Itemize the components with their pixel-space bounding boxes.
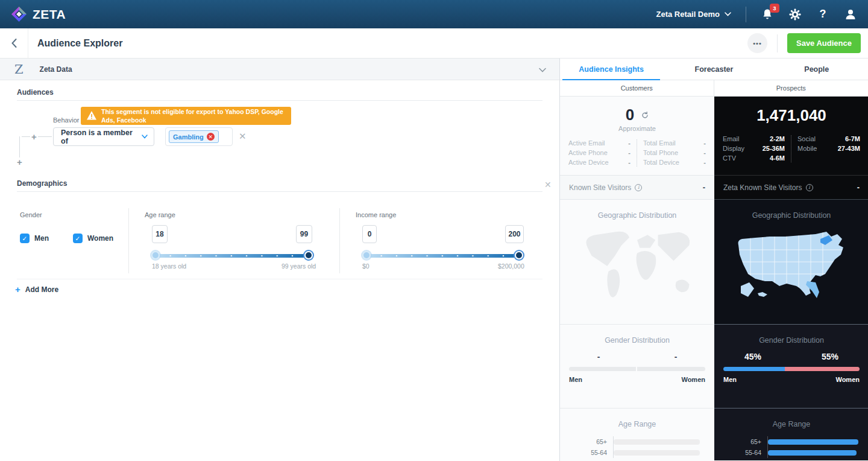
customers-men-value: -	[597, 352, 600, 361]
men-checkbox[interactable]: ✓	[20, 234, 30, 243]
more-options-button[interactable]: •••	[747, 33, 767, 53]
column-divider	[128, 208, 129, 273]
customers-column: 0 Approximate Active Email- Active Phone…	[560, 97, 714, 461]
settings-button[interactable]	[788, 8, 802, 21]
tab-forecaster[interactable]: Forecaster	[662, 59, 765, 80]
audiences-divider	[17, 100, 542, 101]
info-icon[interactable]: i	[806, 184, 813, 191]
income-range-label: Income range	[356, 211, 396, 218]
age-slider-min-handle[interactable]	[151, 251, 160, 259]
zeta-data-icon: Z	[14, 62, 24, 77]
customers-geo-section: Geographic Distribution	[560, 200, 714, 324]
age-row: 65+	[560, 436, 714, 447]
workspace-selector[interactable]: Zeta Retail Demo	[656, 10, 731, 19]
page-header: Audience Explorer ••• Save Audience	[0, 28, 868, 59]
known-site-visitors-value: -	[703, 183, 705, 192]
help-button[interactable]: ?	[816, 8, 829, 21]
warning-icon	[86, 110, 97, 121]
customers-gender-title: Gender Distribution	[560, 325, 714, 345]
metric-row: Email2-2M	[723, 135, 785, 143]
add-more-button[interactable]: + Add More	[15, 284, 58, 294]
prospects-count: 1,471,040	[714, 97, 868, 125]
add-condition-button[interactable]: +	[30, 132, 38, 141]
prospects-gender-bar	[723, 367, 860, 371]
age-max-input[interactable]: 99	[296, 225, 312, 243]
age-row: 55-64	[714, 447, 868, 458]
top-navbar: ZETA Zeta Retail Demo 3	[0, 0, 868, 28]
income-range-slider[interactable]	[366, 254, 519, 258]
metric-row: Total Phone-	[643, 149, 706, 157]
usa-map	[731, 227, 852, 304]
age-min-input[interactable]: 18	[152, 225, 168, 243]
warning-text: This segment is not eligible for export …	[101, 107, 286, 124]
prospects-gender-title: Gender Distribution	[714, 325, 868, 345]
workspace-name: Zeta Retail Demo	[656, 10, 720, 19]
collapse-chevron-icon[interactable]	[539, 64, 546, 75]
metric-row: CTV4-6M	[723, 154, 785, 162]
tab-audience-insights[interactable]: Audience Insights	[560, 59, 662, 80]
page-title: Audience Explorer	[37, 38, 122, 49]
refresh-icon[interactable]	[641, 112, 649, 119]
prospects-men-value: 45%	[744, 352, 761, 361]
income-max-input[interactable]: 200	[505, 225, 524, 243]
account-button[interactable]	[844, 8, 857, 21]
insights-panel: Audience Insights Forecaster People Cust…	[559, 59, 868, 461]
prospects-women-value: 55%	[822, 352, 838, 361]
export-warning-banner: This segment is not eligible for export …	[81, 107, 291, 125]
chevron-left-icon	[11, 39, 17, 48]
info-icon[interactable]: i	[635, 184, 642, 191]
income-min-input[interactable]: 0	[362, 225, 377, 243]
customers-gender-bar	[569, 367, 705, 371]
back-button[interactable]	[0, 28, 28, 58]
customers-metrics-section: 0 Approximate Active Email- Active Phone…	[560, 97, 714, 175]
known-site-visitors-row: Known Site Visitors i -	[560, 175, 714, 200]
notification-badge: 3	[770, 4, 779, 13]
remove-demographics-button[interactable]: ✕	[544, 180, 552, 189]
behavior-operator-select[interactable]: Person is a member of	[53, 127, 154, 146]
metric-row: Active Phone-	[568, 149, 631, 157]
zeta-known-site-visitors-row: Zeta Known Site Visitors i -	[714, 175, 868, 200]
segment-tag[interactable]: Gambling ✕	[169, 130, 219, 143]
prospects-gender-section: Gender Distribution 45% 55% Men Women	[714, 324, 868, 408]
remove-condition-button[interactable]: ✕	[239, 131, 247, 142]
zeta-data-header[interactable]: Z Zeta Data	[0, 59, 559, 80]
notifications-button[interactable]: 3	[761, 8, 774, 21]
tab-people[interactable]: People	[766, 59, 868, 80]
zeta-brand: ZETA	[11, 6, 66, 22]
chevron-down-icon	[142, 135, 148, 139]
zeta-known-site-visitors-value: -	[857, 183, 860, 192]
women-checkbox[interactable]: ✓	[73, 234, 83, 243]
customers-geo-title: Geographic Distribution	[560, 200, 714, 220]
metric-row: Social6-7M	[797, 135, 860, 143]
save-audience-button[interactable]: Save Audience	[787, 33, 861, 53]
metric-row: Active Device-	[568, 159, 631, 167]
age-slider-max-handle[interactable]	[304, 251, 313, 259]
customers-men-label: Men	[569, 376, 582, 383]
tree-connector	[19, 136, 20, 158]
income-max-caption: $200,000	[498, 262, 524, 270]
nav-divider	[746, 7, 746, 22]
men-label: Men	[34, 234, 49, 243]
income-slider-min-handle[interactable]	[362, 251, 371, 259]
behavior-label: Behavior	[53, 116, 79, 124]
metric-row: Mobile27-43M	[797, 145, 860, 153]
zeta-data-label: Zeta Data	[40, 65, 72, 74]
income-slider-max-handle[interactable]	[515, 251, 523, 259]
prospects-geo-title: Geographic Distribution	[714, 200, 868, 220]
metric-row: Active Email-	[568, 139, 631, 147]
add-more-label: Add More	[25, 285, 58, 294]
age-range-slider[interactable]	[156, 254, 309, 258]
brand-name: ZETA	[33, 7, 66, 22]
gender-women-option[interactable]: ✓ Women	[73, 234, 113, 243]
user-icon	[845, 8, 856, 20]
metric-row: Total Email-	[643, 139, 706, 147]
add-group-button[interactable]: +	[16, 157, 24, 167]
age-row: 65+	[714, 436, 868, 447]
remove-tag-icon[interactable]: ✕	[207, 133, 215, 141]
metric-row: Display25-36M	[723, 145, 785, 153]
gender-men-option[interactable]: ✓ Men	[20, 234, 49, 243]
women-label: Women	[87, 234, 113, 243]
known-site-visitors-label: Known Site Visitors	[569, 183, 631, 192]
age-min-caption: 18 years old	[152, 262, 186, 270]
segment-tag-input[interactable]: Gambling ✕	[165, 127, 233, 146]
